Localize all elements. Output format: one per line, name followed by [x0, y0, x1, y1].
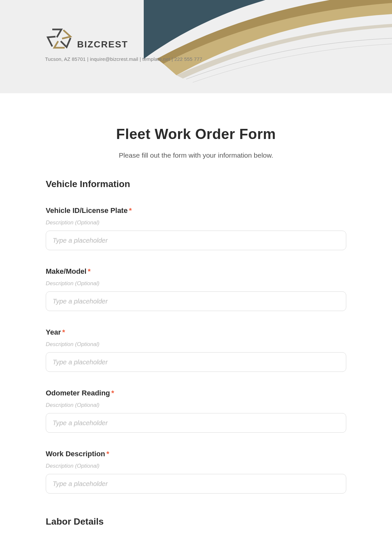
label-text: Make/Model — [46, 267, 87, 275]
brand-subline: Tucson, AZ 85701 | inquire@bizcrest.mail… — [45, 56, 202, 62]
field-label: Make/Model* — [46, 267, 346, 276]
label-text: Year — [46, 328, 61, 336]
brand-name: BIZCREST — [77, 39, 128, 52]
field-odometer: Odometer Reading* Description (Optional) — [46, 389, 346, 433]
required-asterisk-icon: * — [62, 328, 65, 336]
label-text: Work Description — [46, 450, 105, 458]
required-asterisk-icon: * — [111, 389, 114, 397]
field-description: Description (Optional) — [46, 280, 346, 287]
field-description: Description (Optional) — [46, 219, 346, 226]
work-description-input[interactable] — [46, 474, 346, 494]
field-description: Description (Optional) — [46, 402, 346, 408]
field-label: Year* — [46, 328, 346, 337]
required-asterisk-icon: * — [88, 267, 91, 275]
form-subtitle: Please fill out the form with your infor… — [46, 151, 346, 159]
label-text: Odometer Reading — [46, 389, 110, 397]
field-description: Description (Optional) — [46, 463, 346, 469]
brand-row: BIZCREST — [45, 26, 202, 52]
form-content: Fleet Work Order Form Please fill out th… — [46, 93, 346, 527]
field-work-description: Work Description* Description (Optional) — [46, 450, 346, 494]
field-make-model: Make/Model* Description (Optional) — [46, 267, 346, 311]
label-text: Vehicle ID/License Plate — [46, 206, 128, 215]
make-model-input[interactable] — [46, 291, 346, 311]
required-asterisk-icon: * — [129, 206, 132, 215]
section-vehicle-information: Vehicle Information — [46, 179, 346, 189]
field-label: Work Description* — [46, 450, 346, 458]
form-title: Fleet Work Order Form — [46, 126, 346, 142]
brand-block: BIZCREST Tucson, AZ 85701 | inquire@bizc… — [45, 26, 202, 62]
field-label: Vehicle ID/License Plate* — [46, 206, 346, 215]
year-input[interactable] — [46, 352, 346, 372]
vehicle-id-input[interactable] — [46, 231, 346, 250]
page-root: BIZCREST Tucson, AZ 85701 | inquire@bizc… — [0, 0, 392, 556]
section-labor-details: Labor Details — [46, 516, 346, 527]
field-label: Odometer Reading* — [46, 389, 346, 397]
bizcrest-logo-icon — [45, 26, 74, 52]
field-description: Description (Optional) — [46, 341, 346, 348]
odometer-input[interactable] — [46, 413, 346, 433]
field-year: Year* Description (Optional) — [46, 328, 346, 372]
header-band: BIZCREST Tucson, AZ 85701 | inquire@bizc… — [0, 0, 392, 93]
field-vehicle-id: Vehicle ID/License Plate* Description (O… — [46, 206, 346, 250]
required-asterisk-icon: * — [106, 450, 109, 458]
